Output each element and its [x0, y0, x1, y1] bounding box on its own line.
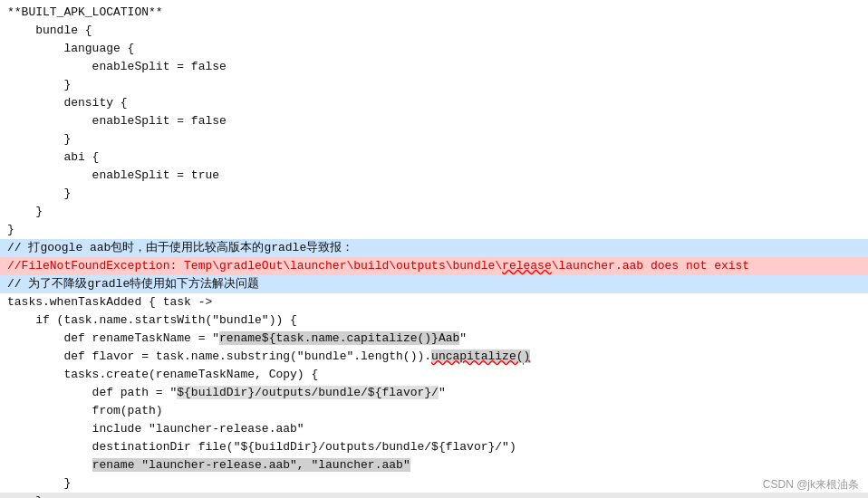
- code-text: }: [7, 185, 861, 203]
- code-line: def path = "${buildDir}/outputs/bundle/$…: [0, 384, 868, 402]
- code-text: enableSplit = true: [7, 167, 861, 185]
- code-text: }: [7, 221, 861, 239]
- code-text: rename "launcher-release.aab", "launcher…: [7, 456, 861, 474]
- code-line: bundle {: [0, 22, 868, 40]
- code-line: density {: [0, 94, 868, 112]
- code-text: language {: [7, 40, 861, 58]
- code-line: abi {: [0, 148, 868, 167]
- code-line: }: [0, 203, 868, 221]
- code-line: }: [0, 76, 868, 94]
- code-line: }: [0, 493, 868, 498]
- watermark: CSDN @jk来根油条: [763, 477, 859, 493]
- code-text: enableSplit = false: [7, 112, 861, 130]
- code-line-error: //FileNotFoundException: Temp\gradleOut\…: [0, 257, 868, 275]
- code-text: bundle {: [7, 22, 861, 40]
- code-line: include "launcher-release.aab": [0, 420, 868, 438]
- code-line: enableSplit = false: [0, 112, 868, 130]
- code-line: if (task.name.startsWith("bundle")) {: [0, 311, 868, 330]
- code-line: }: [0, 185, 868, 203]
- code-text: tasks.create(renameTaskName, Copy) {: [7, 366, 861, 384]
- code-text: include "launcher-release.aab": [7, 420, 861, 438]
- code-text: }: [7, 474, 861, 493]
- code-text: from(path): [7, 402, 861, 420]
- code-text: def renameTaskName = "rename${task.name.…: [7, 330, 861, 348]
- code-text: }: [7, 203, 861, 221]
- code-text: abi {: [7, 148, 861, 167]
- code-text: tasks.whenTaskAdded { task ->: [7, 293, 861, 311]
- code-line: def flavor = task.name.substring("bundle…: [0, 348, 868, 366]
- code-text: }: [7, 493, 861, 498]
- code-text: density {: [7, 94, 861, 112]
- code-line: **BUILT_APK_LOCATION**: [0, 4, 868, 22]
- code-text: def path = "${buildDir}/outputs/bundle/$…: [7, 384, 861, 402]
- code-line: destinationDir file("${buildDir}/outputs…: [0, 438, 868, 456]
- code-line: }: [0, 221, 868, 239]
- code-text: enableSplit = false: [7, 58, 861, 76]
- code-line: rename "launcher-release.aab", "launcher…: [0, 456, 868, 474]
- code-line: def renameTaskName = "rename${task.name.…: [0, 330, 868, 348]
- code-text: // 为了不降级gradle特使用如下方法解决问题: [7, 275, 861, 293]
- code-line: tasks.create(renameTaskName, Copy) {: [0, 366, 868, 384]
- code-text: **BUILT_APK_LOCATION**: [7, 4, 861, 22]
- code-text: def flavor = task.name.substring("bundle…: [7, 348, 861, 366]
- code-line: language {: [0, 40, 868, 58]
- code-line: }: [0, 474, 868, 493]
- code-line: }: [0, 130, 868, 148]
- code-text: //FileNotFoundException: Temp\gradleOut\…: [7, 257, 861, 275]
- code-line: enableSplit = true: [0, 167, 868, 185]
- code-text: if (task.name.startsWith("bundle")) {: [7, 311, 861, 330]
- code-text: }: [7, 130, 861, 148]
- code-line-comment: // 打google aab包时，由于使用比较高版本的gradle导致报：: [0, 239, 868, 257]
- code-line: tasks.whenTaskAdded { task ->: [0, 293, 868, 311]
- code-line: from(path): [0, 402, 868, 420]
- code-text: }: [7, 76, 861, 94]
- code-text: destinationDir file("${buildDir}/outputs…: [7, 438, 861, 456]
- code-line: enableSplit = false: [0, 58, 868, 76]
- code-container: **BUILT_APK_LOCATION** bundle { language…: [0, 0, 868, 498]
- code-line-comment2: // 为了不降级gradle特使用如下方法解决问题: [0, 275, 868, 293]
- code-text: // 打google aab包时，由于使用比较高版本的gradle导致报：: [7, 239, 861, 257]
